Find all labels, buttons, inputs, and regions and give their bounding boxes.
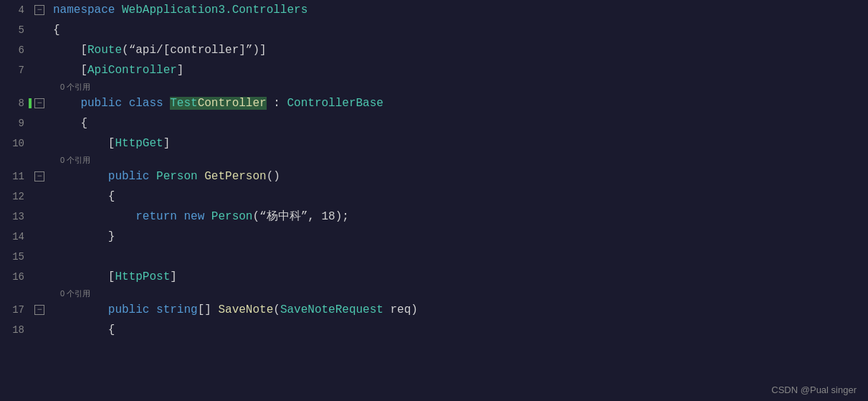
line-number: 8	[0, 93, 29, 113]
code-line: 9 {	[0, 113, 868, 133]
line-number: 13	[0, 207, 29, 227]
code-content: namespace WebApplication3.Controllers	[50, 0, 868, 20]
line-number: 18	[0, 320, 29, 340]
code-line: 15	[0, 247, 868, 267]
code-content: [HttpPost]	[50, 267, 868, 287]
code-content: public Person GetPerson()	[50, 166, 868, 187]
line-number: 7	[0, 60, 29, 80]
code-content: return new Person(“杨中科”, 18);	[50, 207, 868, 227]
code-content: {	[50, 113, 868, 133]
line-number: 16	[0, 267, 29, 287]
line-number: 11	[0, 166, 29, 187]
code-line: 0 个引用8− public class TestController : Co…	[0, 80, 868, 113]
code-line: 0 个引用11− public Person GetPerson()	[0, 154, 868, 187]
code-content: [Route(“api/[controller]”)]	[50, 40, 868, 60]
green-bar	[29, 98, 32, 108]
line-number: 6	[0, 40, 29, 60]
line-number: 17	[0, 300, 29, 320]
code-content: {	[50, 320, 868, 340]
line-number: 14	[0, 227, 29, 247]
code-area: 4−namespace WebApplication3.Controllers5…	[0, 0, 868, 340]
code-line: 13 return new Person(“杨中科”, 18);	[0, 207, 868, 227]
code-content: {	[50, 187, 868, 207]
watermark: CSDN @Pual singer	[771, 385, 857, 395]
code-line: 18 {	[0, 320, 868, 340]
line-number: 15	[0, 247, 29, 267]
code-content: }	[50, 227, 868, 247]
collapse-icon[interactable]: −	[34, 5, 44, 15]
code-line: 7 [ApiController]	[0, 60, 868, 80]
code-line: 0 个引用17− public string[] SaveNote(SaveNo…	[0, 287, 868, 320]
code-content: public string[] SaveNote(SaveNoteRequest…	[50, 300, 868, 320]
collapse-icon[interactable]: −	[34, 171, 44, 181]
line-number: 10	[0, 133, 29, 154]
code-line: 10 [HttpGet]	[0, 133, 868, 154]
code-content: {	[50, 20, 868, 40]
code-content: public class TestController : Controller…	[50, 93, 868, 113]
line-number: 4	[0, 0, 29, 20]
code-line: 14 }	[0, 227, 868, 247]
code-content: [ApiController]	[50, 60, 868, 80]
code-line: 6 [Route(“api/[controller]”)]	[0, 40, 868, 60]
line-number: 12	[0, 187, 29, 207]
code-line: 12 {	[0, 187, 868, 207]
editor-container: 4−namespace WebApplication3.Controllers5…	[0, 0, 868, 401]
code-line: 16 [HttpPost]	[0, 267, 868, 287]
code-line: 4−namespace WebApplication3.Controllers	[0, 0, 868, 20]
collapse-icon[interactable]: −	[34, 98, 44, 108]
code-content: [HttpGet]	[50, 133, 868, 154]
collapse-icon[interactable]: −	[34, 305, 44, 315]
line-number: 5	[0, 20, 29, 40]
code-line: 5{	[0, 20, 868, 40]
line-number: 9	[0, 113, 29, 133]
